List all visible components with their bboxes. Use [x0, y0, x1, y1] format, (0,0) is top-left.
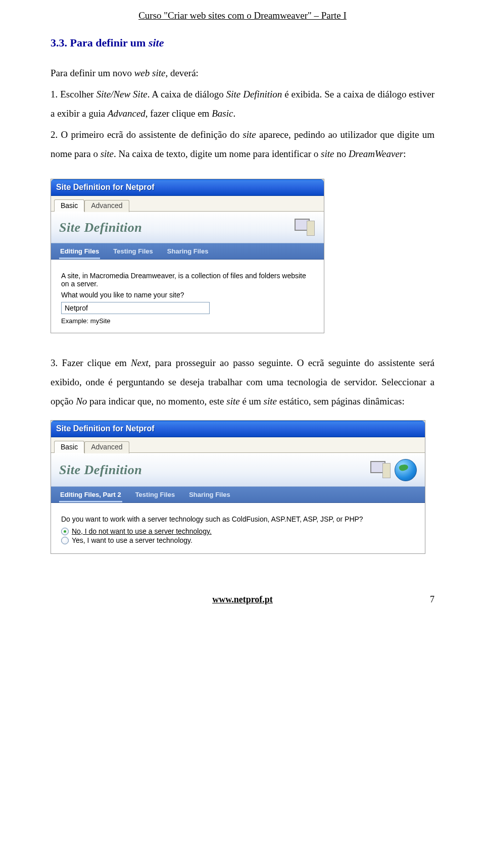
section-heading: 3.3. Para definir um site: [51, 36, 434, 49]
step-testing-files[interactable]: Testing Files: [112, 243, 154, 259]
text-italic: site: [226, 396, 239, 406]
text-italic: DreamWeaver: [349, 148, 403, 159]
tab-basic[interactable]: Basic: [54, 441, 84, 453]
wizard-body: A site, in Macromedia Dreamweaver, is a …: [51, 260, 324, 333]
text: 2. O primeiro ecrã do assistente de defi…: [51, 129, 243, 140]
radio-option-yes[interactable]: Yes, I want to use a server technology.: [61, 536, 415, 544]
text: .: [233, 108, 235, 119]
wizard-steps: Editing Files Testing Files Sharing File…: [51, 243, 324, 260]
screenshot-site-definition-1: Site Definition for Netprof Basic Advanc…: [51, 179, 434, 333]
radio-label-no: No, I do not want to use a server techno…: [72, 527, 212, 535]
step-sharing-files[interactable]: Sharing Files: [166, 243, 210, 259]
computer-icon: [294, 218, 316, 238]
step-3: 3. Fazer clique em Next, para prosseguir…: [51, 353, 434, 411]
text-italic: Site Definition: [226, 89, 284, 99]
tab-advanced[interactable]: Advanced: [84, 200, 129, 212]
dialog-titlebar: Site Definition for Netprof: [51, 421, 425, 437]
text: , fazer clique em: [146, 108, 212, 119]
text-italic: Site/New Site: [96, 89, 148, 99]
text: é um: [240, 396, 264, 406]
step-editing-files[interactable]: Editing Files, Part 2: [59, 487, 122, 502]
computer-icon: [369, 460, 392, 480]
tab-advanced[interactable]: Advanced: [84, 441, 129, 453]
text: para indicar que, no momento, este: [87, 396, 226, 406]
wizard-banner-title: Site Definition: [59, 220, 142, 235]
text: , deverá:: [165, 68, 198, 78]
section-title-text: Para definir um: [70, 36, 149, 49]
section-title-italic: site: [149, 36, 164, 49]
text-italic: site: [264, 396, 277, 406]
step-testing-files[interactable]: Testing Files: [134, 487, 176, 502]
site-name-input[interactable]: [61, 302, 210, 314]
dialog-site-definition-2: Site Definition for Netprof Basic Advanc…: [51, 420, 425, 554]
wizard-steps: Editing Files, Part 2 Testing Files Shar…: [51, 487, 425, 503]
text-italic: Basic: [212, 108, 233, 119]
text-italic: site: [101, 148, 114, 159]
text: Para definir um novo: [51, 68, 134, 78]
wizard-question: What would you like to name your site?: [61, 291, 314, 299]
footer-page-number: 7: [430, 594, 434, 605]
wizard-example: Example: mySite: [61, 317, 314, 325]
dialog-tabs: Basic Advanced: [51, 437, 425, 452]
intro-paragraph: Para definir um novo web site, deverá:: [51, 64, 434, 83]
text-italic: site: [243, 129, 256, 140]
wizard-banner-icons: [369, 459, 417, 481]
wizard-banner-icons: [294, 218, 316, 238]
screenshot-site-definition-2: Site Definition for Netprof Basic Advanc…: [51, 420, 434, 554]
text-italic: Next: [131, 358, 149, 368]
radio-selected-icon: [61, 528, 69, 535]
wizard-intro-text: A site, in Macromedia Dreamweaver, is a …: [61, 272, 314, 288]
section-number: 3.3.: [51, 36, 67, 49]
step-1: 1. Escolher Site/New Site. A caixa de di…: [51, 85, 434, 123]
dialog-titlebar: Site Definition for Netprof: [51, 179, 324, 196]
tab-content: Site Definition Editing Files, Part 2 Te…: [51, 452, 425, 553]
text-italic: No: [76, 396, 87, 406]
dialog-tabs: Basic Advanced: [51, 196, 324, 211]
radio-unselected-icon: [61, 537, 69, 544]
server-tech-radios: No, I do not want to use a server techno…: [61, 527, 415, 544]
tab-basic[interactable]: Basic: [54, 199, 84, 212]
text: estático, sem páginas dinâmicas:: [277, 396, 405, 406]
text: :: [403, 148, 406, 159]
text: no: [334, 148, 349, 159]
radio-label-yes: Yes, I want to use a server technology.: [72, 536, 192, 544]
step-sharing-files[interactable]: Sharing Files: [188, 487, 231, 502]
step-2: 2. O primeiro ecrã do assistente de defi…: [51, 125, 434, 164]
step-editing-files[interactable]: Editing Files: [59, 243, 100, 259]
wizard-question: Do you want to work with a server techno…: [61, 515, 415, 523]
text: . A caixa de diálogo: [148, 89, 226, 99]
globe-icon: [395, 459, 417, 481]
text: . Na caixa de texto, digite um nome para…: [114, 148, 321, 159]
text-italic: web site: [134, 68, 166, 78]
text-italic: site: [321, 148, 334, 159]
wizard-body: Do you want to work with a server techno…: [51, 503, 425, 553]
footer-site-url: www.netprof.pt: [212, 594, 273, 604]
page-footer: www.netprof.pt 7: [51, 594, 434, 605]
tab-content: Site Definition Editing Files Testing Fi…: [51, 211, 324, 333]
text: 1. Escolher: [51, 89, 96, 99]
radio-option-no[interactable]: No, I do not want to use a server techno…: [61, 527, 415, 535]
wizard-banner: Site Definition: [51, 212, 324, 243]
wizard-banner-title: Site Definition: [59, 463, 142, 478]
text: 3. Fazer clique em: [51, 358, 131, 368]
dialog-site-definition: Site Definition for Netprof Basic Advanc…: [51, 179, 324, 333]
text-italic: Advanced: [108, 108, 146, 119]
page-header: Curso "Criar web sites com o Dreamweaver…: [51, 10, 434, 21]
wizard-banner: Site Definition: [51, 453, 425, 487]
